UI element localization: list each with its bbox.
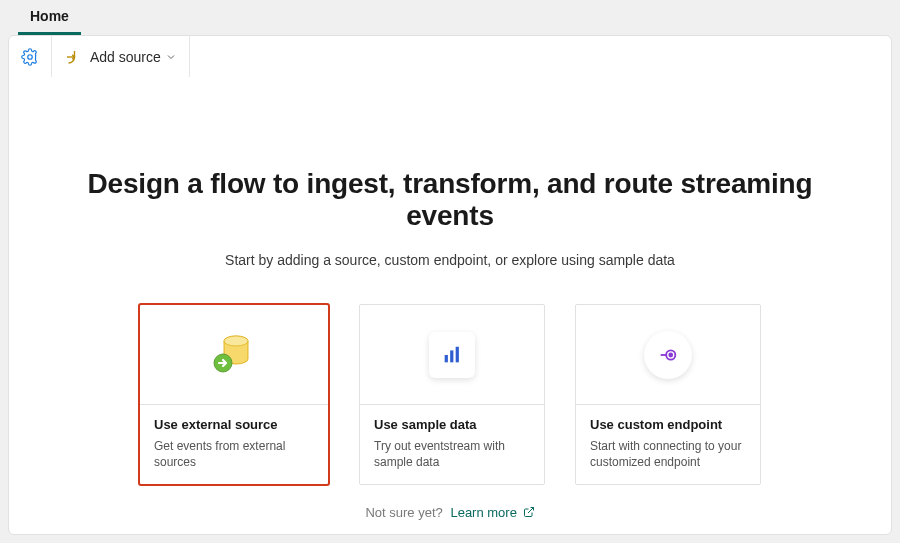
svg-rect-5 xyxy=(450,350,453,362)
add-source-label: Add source xyxy=(90,49,161,65)
cards-row: Use external source Get events from exte… xyxy=(49,304,851,485)
svg-point-2 xyxy=(224,336,248,346)
toolbar: Add source xyxy=(9,36,891,78)
card-custom-title: Use custom endpoint xyxy=(590,417,746,432)
hero: Design a flow to ingest, transform, and … xyxy=(9,78,891,521)
card-external-title: Use external source xyxy=(154,417,314,432)
database-arrow-icon xyxy=(206,325,262,385)
external-link-icon xyxy=(523,506,535,521)
footer-line: Not sure yet? Learn more xyxy=(49,505,851,521)
chevron-down-icon xyxy=(165,51,177,63)
gear-icon xyxy=(21,48,39,66)
tab-bar: Home xyxy=(8,0,892,35)
card-external-illustration xyxy=(140,305,328,405)
card-external-source[interactable]: Use external source Get events from exte… xyxy=(139,304,329,485)
svg-point-8 xyxy=(669,353,672,356)
learn-more-link[interactable]: Learn more xyxy=(450,505,534,520)
svg-line-10 xyxy=(528,508,534,514)
learn-more-label: Learn more xyxy=(450,505,516,520)
card-sample-data[interactable]: Use sample data Try out eventstream with… xyxy=(359,304,545,485)
svg-point-0 xyxy=(28,54,33,59)
card-sample-title: Use sample data xyxy=(374,417,530,432)
hero-title: Design a flow to ingest, transform, and … xyxy=(49,168,851,232)
add-source-icon xyxy=(64,48,82,66)
main-card: Add source Design a flow to ingest, tran… xyxy=(8,35,892,535)
add-source-button[interactable]: Add source xyxy=(52,36,190,77)
settings-button[interactable] xyxy=(9,36,52,77)
card-sample-desc: Try out eventstream with sample data xyxy=(374,438,530,470)
tab-home[interactable]: Home xyxy=(18,2,81,35)
svg-rect-6 xyxy=(456,346,459,362)
card-custom-illustration xyxy=(576,305,760,405)
svg-rect-4 xyxy=(445,355,448,362)
card-custom-endpoint[interactable]: Use custom endpoint Start with connectin… xyxy=(575,304,761,485)
endpoint-icon xyxy=(644,331,692,379)
card-custom-desc: Start with connecting to your customized… xyxy=(590,438,746,470)
card-external-desc: Get events from external sources xyxy=(154,438,314,470)
not-sure-text: Not sure yet? xyxy=(365,505,442,520)
hero-subtitle: Start by adding a source, custom endpoin… xyxy=(49,252,851,268)
bar-chart-icon xyxy=(429,332,475,378)
card-sample-illustration xyxy=(360,305,544,405)
